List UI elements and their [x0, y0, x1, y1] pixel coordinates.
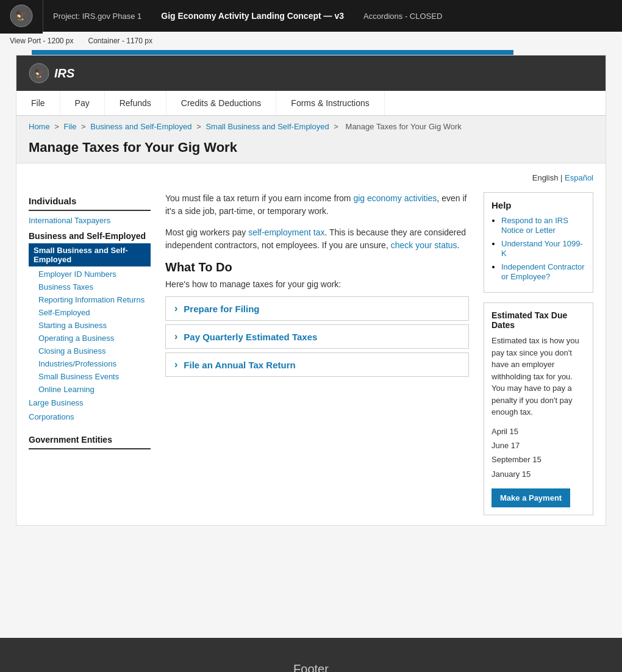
help-link-item-2: Understand Your 1099-K	[501, 238, 585, 258]
english-label: English	[532, 173, 559, 182]
sidebar-small-business-active: Small Business and Self-Employed	[29, 243, 151, 266]
sidebar-business-category: Business and Self-Employed	[29, 227, 151, 242]
breadcrumb-small-business[interactable]: Small Business and Self-Employed	[206, 122, 329, 131]
breadcrumb-current: Manage Taxes for Your Gig Work	[346, 122, 462, 131]
sidebar-corporations[interactable]: Corporations	[29, 410, 151, 424]
nav-bar: File Pay Refunds Credits & Deductions Fo…	[16, 91, 606, 116]
view-port-label: View Port - 1200 px	[10, 37, 74, 45]
page-title: Manage Taxes for Your Gig Work	[29, 136, 593, 163]
accordion-quarterly[interactable]: › Pay Quarterly Estimated Taxes	[165, 324, 469, 349]
help-link-1[interactable]: Respond to an IRS Notice or Letter	[501, 216, 568, 235]
nav-file[interactable]: File	[16, 91, 60, 115]
content-area: English | Español Individuals Internatio…	[16, 163, 606, 525]
sidebar-employer-id[interactable]: Employer ID Numbers	[29, 268, 151, 281]
eagle-icon-topbar: 🦅	[10, 4, 33, 27]
irs-logo-text: IRS	[54, 66, 74, 80]
blue-accent-bar	[32, 50, 513, 55]
lang-separator: |	[560, 173, 562, 182]
sidebar-starting-business[interactable]: Starting a Business	[29, 319, 151, 332]
chevron-icon-3: ›	[174, 359, 177, 370]
sidebar-government-title: Government Entities	[29, 431, 151, 449]
sidebar-operating-business[interactable]: Operating a Business	[29, 332, 151, 345]
chevron-icon-1: ›	[174, 303, 177, 314]
nav-refunds[interactable]: Refunds	[105, 91, 166, 115]
left-sidebar: Individuals International Taxpayers Busi…	[29, 192, 151, 515]
self-employment-tax-link[interactable]: self-employment tax	[248, 227, 324, 237]
date-1: April 15	[492, 424, 585, 438]
sidebar-small-business-events[interactable]: Small Business Events	[29, 370, 151, 383]
gig-economy-link[interactable]: gig economy activities	[353, 193, 437, 203]
breadcrumb: Home > File > Business and Self-Employed…	[29, 122, 593, 131]
help-link-2[interactable]: Understand Your 1099-K	[501, 239, 583, 258]
language-selector: English | Español	[29, 173, 593, 182]
make-payment-button[interactable]: Make a Payment	[492, 488, 570, 507]
irs-top-logo: 🦅	[0, 0, 43, 34]
main-wrapper: 🦅 IRS File Pay Refunds Credits & Deducti…	[0, 55, 622, 623]
check-status-link[interactable]: check your status	[391, 240, 457, 250]
intro-paragraph-2: Most gig workers pay self-employment tax…	[165, 226, 469, 252]
tax-dates-box: Estimated Tax Due Dates Estimated tax is…	[484, 302, 593, 515]
concept-title: Gig Economy Activity Landing Concept — v…	[151, 11, 354, 21]
accordions-label: Accordions - CLOSED	[354, 12, 452, 21]
content-columns: Individuals International Taxpayers Busi…	[29, 192, 593, 515]
accordion-prepare[interactable]: › Prepare for Filing	[165, 296, 469, 321]
irs-eagle-icon: 🦅	[29, 63, 49, 84]
help-link-item-3: Independent Contractor or Employee?	[501, 262, 585, 281]
svg-text:🦅: 🦅	[15, 10, 27, 21]
help-box-title: Help	[492, 200, 585, 210]
breadcrumb-area: Home > File > Business and Self-Employed…	[16, 116, 606, 163]
sidebar-self-employed[interactable]: Self-Employed	[29, 306, 151, 319]
intro-paragraph-1: You must file a tax return if you earn i…	[165, 192, 469, 218]
spacer	[16, 526, 606, 623]
nav-forms[interactable]: Forms & Instructions	[276, 91, 384, 115]
footer-label: Footer	[293, 662, 329, 672]
main-content: You must file a tax return if you earn i…	[165, 192, 469, 515]
date-2: June 17	[492, 438, 585, 452]
sidebar-international[interactable]: International Taxpayers	[29, 213, 151, 227]
tax-dates-title: Estimated Tax Due Dates	[492, 310, 585, 330]
tax-dates-list: April 15 June 17 September 15 January 15	[492, 424, 585, 482]
nav-pay[interactable]: Pay	[60, 91, 105, 115]
sidebar-individuals-title: Individuals	[29, 192, 151, 211]
accordion-annual[interactable]: › File an Annual Tax Return	[165, 352, 469, 377]
sidebar-bottom: Government Entities	[29, 431, 151, 449]
help-link-item-1: Respond to an IRS Notice or Letter	[501, 215, 585, 235]
help-links-list: Respond to an IRS Notice or Letter Under…	[492, 215, 585, 281]
footer: Footer	[0, 638, 622, 672]
right-sidebar: Help Respond to an IRS Notice or Letter …	[484, 192, 593, 515]
project-label: Project: IRS.gov Phase 1	[43, 12, 151, 21]
breadcrumb-home[interactable]: Home	[29, 122, 50, 131]
nav-credits[interactable]: Credits & Deductions	[166, 91, 277, 115]
help-box: Help Respond to an IRS Notice or Letter …	[484, 192, 593, 293]
viewport-info: View Port - 1200 px Container - 1170 px	[0, 32, 622, 50]
sidebar-large-business[interactable]: Large Business	[29, 396, 151, 410]
accordion-label-1: Prepare for Filing	[184, 304, 259, 314]
irs-site: 🦅 IRS File Pay Refunds Credits & Deducti…	[16, 55, 606, 526]
what-to-do-title: What To Do	[165, 260, 469, 274]
container-label: Container - 1170 px	[88, 37, 152, 45]
date-4: January 15	[492, 467, 585, 481]
sidebar-industries[interactable]: Industries/Professions	[29, 357, 151, 370]
spanish-link[interactable]: Español	[565, 173, 593, 182]
sidebar-online-learning[interactable]: Online Learning	[29, 383, 151, 396]
accordion-label-3: File an Annual Tax Return	[184, 360, 295, 370]
sidebar-closing-business[interactable]: Closing a Business	[29, 345, 151, 357]
help-link-3[interactable]: Independent Contractor or Employee?	[501, 262, 585, 281]
sidebar-business-taxes[interactable]: Business Taxes	[29, 281, 151, 293]
date-3: September 15	[492, 452, 585, 466]
breadcrumb-file[interactable]: File	[64, 122, 77, 131]
breadcrumb-business[interactable]: Business and Self-Employed	[90, 122, 191, 131]
tax-dates-description: Estimated tax is how you pay tax since y…	[492, 335, 585, 418]
svg-text:🦅: 🦅	[34, 68, 45, 79]
irs-logo: 🦅 IRS	[29, 63, 74, 84]
what-to-do-subtitle: Here's how to manage taxes for your gig …	[165, 279, 469, 289]
top-bar: 🦅 Project: IRS.gov Phase 1 Gig Economy A…	[0, 0, 622, 32]
sidebar-reporting[interactable]: Reporting Information Returns	[29, 293, 151, 306]
irs-header: 🦅 IRS	[16, 55, 606, 91]
chevron-icon-2: ›	[174, 331, 177, 342]
accordion-label-2: Pay Quarterly Estimated Taxes	[184, 332, 317, 342]
